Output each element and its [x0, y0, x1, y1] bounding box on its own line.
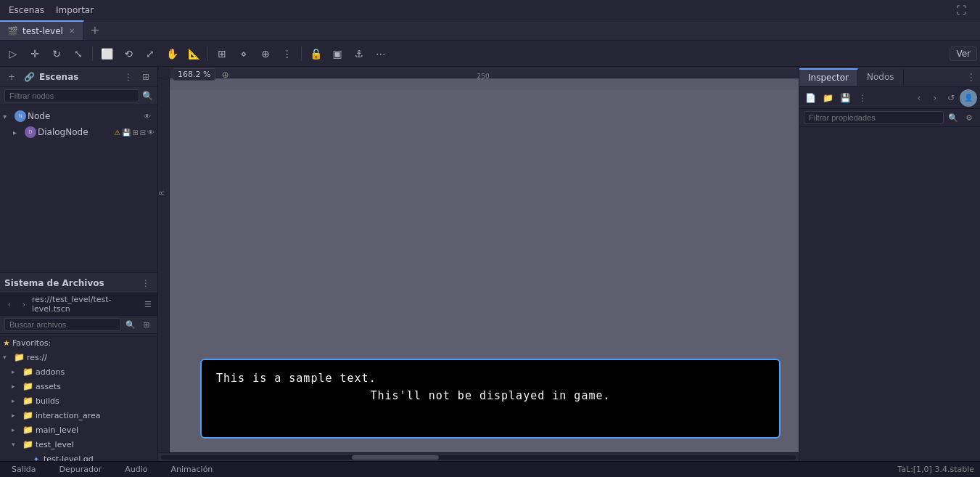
- group-btn[interactable]: ▣: [327, 44, 347, 63]
- move-tool-btn[interactable]: ✛: [25, 44, 45, 63]
- scene-panel-menu[interactable]: ⋮: [121, 70, 136, 84]
- dialog-node-extra1-icon: ⊞: [132, 129, 138, 136]
- canvas-content[interactable]: This is a sample text. This'll not be di…: [170, 90, 799, 452]
- fullscreen-btn[interactable]: ⛶: [951, 1, 971, 20]
- lock-btn[interactable]: 🔒: [305, 44, 326, 63]
- zoom-reset-btn[interactable]: ⊕: [218, 69, 231, 81]
- res-expand-icon: ▾: [3, 354, 12, 361]
- scale-tool-btn[interactable]: ⤡: [68, 44, 88, 63]
- dialog-node-save-icon: 💾: [122, 129, 131, 136]
- assets-label: assets: [36, 382, 61, 391]
- test-level-expand-icon: ▾: [12, 441, 20, 448]
- menu-escenas[interactable]: Escenas: [3, 4, 50, 17]
- status-tab-salida[interactable]: Salida: [6, 463, 42, 476]
- h-scrollbar-thumb[interactable]: [352, 455, 439, 460]
- node-visibility-btn[interactable]: 👁: [140, 109, 155, 123]
- menu-importar[interactable]: Importar: [50, 4, 99, 17]
- grid-btn[interactable]: ⊞: [212, 44, 232, 63]
- fs-nav: ‹ › res://test_level/test-level.tscn ☰: [0, 293, 157, 316]
- scene-tree: ▾ N Node 👁 ▸ D DialogNode ⚠ 💾 ⊞ ⊟ 👁: [0, 105, 157, 272]
- fs-item-res[interactable]: ▾ 📁 res://: [0, 350, 157, 364]
- fs-tree: ★ Favoritos: ▾ 📁 res:// ▸ 📁 addons: [0, 334, 157, 461]
- h-scrollbar[interactable]: [158, 452, 799, 461]
- fs-menu-btn[interactable]: ⋮: [139, 276, 153, 290]
- tab-close-test-level[interactable]: ✕: [67, 27, 76, 35]
- fs-item-test-level-gd[interactable]: ✦ test-level.gd: [0, 452, 157, 461]
- tab-nodos[interactable]: Nodos: [858, 69, 904, 85]
- scene-link-btn[interactable]: 🔗: [22, 70, 36, 84]
- tab-add-btn[interactable]: +: [84, 23, 105, 37]
- right-panel-menu-btn[interactable]: ⋮: [963, 71, 980, 83]
- left-panel: + 🔗 Escenas ⋮ ⊞ 🔍 ▾ N Node 👁 ▸ D Dial: [0, 67, 158, 461]
- properties-content: [799, 127, 980, 461]
- scene-panel-header: + 🔗 Escenas ⋮ ⊞: [0, 67, 157, 87]
- fs-forward-btn[interactable]: ›: [17, 298, 30, 311]
- dialog-box[interactable]: This is a sample text. This'll not be di…: [200, 359, 781, 439]
- fs-item-builds[interactable]: ▸ 📁 builds: [0, 394, 157, 408]
- fs-item-main-level[interactable]: ▸ 📁 main_level: [0, 423, 157, 437]
- snap-btn[interactable]: ⋄: [234, 44, 254, 63]
- builds-expand-icon: ▸: [12, 397, 20, 404]
- viewport[interactable]: 250 168.2 % ⊕ R This is a sample: [158, 67, 799, 461]
- view-btn[interactable]: Ver: [950, 46, 977, 61]
- fs-layout-btn[interactable]: ☰: [141, 298, 155, 311]
- sep-2: [207, 46, 208, 61]
- fs-back-btn[interactable]: ‹: [3, 298, 16, 311]
- transform-btn[interactable]: ⟲: [118, 44, 139, 63]
- fs-search-input[interactable]: [4, 318, 121, 331]
- zoom-indicator[interactable]: 168.2 %: [173, 68, 215, 81]
- main-level-label: main_level: [36, 425, 78, 435]
- scene-panel-title: Escenas: [39, 72, 118, 82]
- dots-btn[interactable]: ⋮: [277, 44, 297, 63]
- filter-options-icon[interactable]: ⚙: [963, 111, 976, 124]
- tab-inspector[interactable]: Inspector: [799, 68, 858, 86]
- editor-tabs: 🎬 test-level ✕ +: [0, 20, 980, 41]
- pivot-btn[interactable]: ⊕: [255, 44, 276, 63]
- fs-title: Sistema de Archivos: [4, 278, 139, 288]
- pan-btn[interactable]: ✋: [162, 44, 182, 63]
- ruler-btn[interactable]: 📐: [184, 44, 204, 63]
- fs-item-test-level-folder[interactable]: ▾ 📁 test_level: [0, 437, 157, 452]
- status-tab-animacion[interactable]: Animación: [165, 463, 219, 476]
- inspector-back-btn[interactable]: ‹: [912, 91, 926, 105]
- inspector-save-btn[interactable]: 💾: [837, 90, 853, 106]
- scene-search-input[interactable]: [4, 89, 139, 102]
- status-tab-audio[interactable]: Audio: [119, 463, 153, 476]
- inspector-reset-btn[interactable]: ↺: [944, 91, 958, 105]
- filesystem-panel: Sistema de Archivos ⋮ ‹ › res://test_lev…: [0, 272, 157, 461]
- scene-panel-filter[interactable]: ⊞: [139, 70, 153, 84]
- fs-item-interaction-area[interactable]: ▸ 📁 interaction_area: [0, 408, 157, 423]
- user-avatar[interactable]: 👤: [960, 89, 977, 107]
- ruler-top: 250 168.2 % ⊕: [158, 67, 799, 78]
- interaction-area-label: interaction_area: [36, 411, 101, 420]
- tab-test-level[interactable]: 🎬 test-level ✕: [0, 20, 84, 40]
- fs-search-icon: 🔍: [124, 318, 137, 331]
- scene-add-btn[interactable]: +: [4, 70, 19, 84]
- inspector-forward-btn[interactable]: ›: [928, 91, 942, 105]
- dialog-node-eye-icon: 👁: [147, 129, 155, 136]
- anchor-btn[interactable]: ⚓: [349, 44, 369, 63]
- inspector-open-script-btn[interactable]: 📄: [802, 90, 818, 106]
- main-level-folder-icon: 📁: [22, 425, 33, 435]
- filter-properties-input[interactable]: [804, 111, 944, 124]
- tree-item-node[interactable]: ▾ N Node 👁: [0, 108, 157, 124]
- fs-item-assets[interactable]: ▸ 📁 assets: [0, 379, 157, 394]
- menubar: Escenas Importar ⛶: [0, 0, 980, 20]
- move2-btn[interactable]: ⤢: [140, 44, 160, 63]
- fs-item-addons[interactable]: ▸ 📁 addons: [0, 364, 157, 379]
- statusbar: Salida Depurador Audio Animación TaL:[1,…: [0, 461, 980, 477]
- assets-folder-icon: 📁: [22, 381, 33, 391]
- dialog-node-type-icon: D: [25, 126, 36, 138]
- select-tool-btn[interactable]: ▷: [3, 44, 23, 63]
- inspector-folder-btn[interactable]: 📁: [820, 90, 836, 106]
- tree-item-dialog-node[interactable]: ▸ D DialogNode ⚠ 💾 ⊞ ⊟ 👁: [0, 124, 157, 140]
- select-rect-btn[interactable]: ⬜: [96, 44, 117, 63]
- status-info: TaL:[1,0] 3.4.stable: [897, 465, 974, 474]
- dots2-btn[interactable]: ⋯: [371, 44, 391, 63]
- rotate-tool-btn[interactable]: ↻: [46, 44, 67, 63]
- inspector-more-btn[interactable]: ⋮: [855, 90, 870, 106]
- fs-path: res://test_level/test-level.tscn: [32, 295, 140, 314]
- status-tab-depurador[interactable]: Depurador: [54, 463, 108, 476]
- test-level-folder-label: test_level: [36, 440, 74, 449]
- h-scrollbar-track[interactable]: [161, 455, 796, 460]
